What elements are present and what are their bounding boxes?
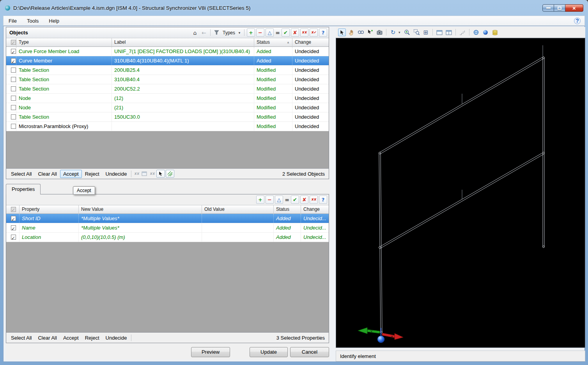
reject-button[interactable]: Reject: [82, 170, 103, 178]
menu-tools[interactable]: Tools: [22, 16, 44, 25]
undecide-button[interactable]: Undecide: [103, 334, 130, 342]
row-checkbox[interactable]: [11, 77, 16, 82]
table-row[interactable]: Table Section 200UB25.4 Modified Undecid…: [6, 66, 329, 75]
table-row[interactable]: Table Section 200UC52.2 Modified Undecid…: [6, 84, 329, 94]
undecide-all-icon[interactable]: ✘✔: [310, 28, 318, 37]
column-property[interactable]: Property: [19, 205, 79, 215]
row-checkbox[interactable]: [11, 86, 16, 91]
steps-button[interactable]: [459, 28, 466, 36]
menu-help[interactable]: Help: [44, 16, 64, 25]
column-change[interactable]: Change: [292, 38, 329, 48]
row-checkbox[interactable]: [11, 216, 16, 221]
reject-button[interactable]: Reject: [82, 334, 103, 342]
select-all-button[interactable]: Select All: [8, 170, 35, 178]
table-row-selected[interactable]: Curve Member 310UB40.4(310UB40.4)(MATL 1…: [6, 56, 329, 66]
objects-help-icon[interactable]: ?: [319, 28, 327, 37]
show-item-icon[interactable]: [140, 170, 148, 177]
reject-all-icon[interactable]: ✘✘: [300, 28, 308, 37]
header-checkbox[interactable]: [11, 40, 16, 45]
minimize-button[interactable]: [542, 4, 554, 12]
select-all-button[interactable]: Select All: [8, 334, 35, 342]
column-label[interactable]: Label: [112, 38, 254, 48]
row-checkbox[interactable]: [11, 96, 16, 101]
remove-filter-icon[interactable]: −: [256, 28, 264, 37]
clear-decisions-disabled-icon[interactable]: ✘✘: [148, 170, 156, 177]
row-checkbox[interactable]: [11, 114, 16, 119]
property-row-selected[interactable]: Short ID *Multiple Values* Added Undecid…: [6, 214, 329, 223]
fit-view-button[interactable]: ⊞: [422, 28, 430, 36]
hatch-select-button[interactable]: [166, 170, 174, 178]
add-filter-icon[interactable]: +: [247, 28, 255, 37]
row-checkbox[interactable]: [11, 58, 16, 63]
view-window-1-button[interactable]: [436, 28, 443, 36]
reject-all-icon[interactable]: ✘✘: [310, 196, 318, 204]
property-row[interactable]: Name *Multiple Values* Added Undecid...: [6, 223, 329, 233]
sphere-button[interactable]: [482, 28, 489, 36]
column-type[interactable]: Type: [16, 38, 112, 48]
column-status[interactable]: Status▲: [254, 38, 292, 48]
accept-button[interactable]: Accept: [60, 170, 82, 178]
delta-icon[interactable]: △: [266, 28, 274, 37]
column-old-value[interactable]: Old Value: [202, 205, 274, 215]
rotate-view-button[interactable]: ↻: [389, 28, 397, 36]
preview-button[interactable]: Preview: [191, 347, 230, 357]
clear-all-button[interactable]: Clear All: [35, 334, 60, 342]
column-change[interactable]: Change: [301, 205, 329, 215]
column-check[interactable]: [6, 38, 16, 48]
types-dropdown-icon[interactable]: ▾: [237, 29, 242, 37]
table-row[interactable]: Microstran.Paramblock (Proxy) Modified U…: [6, 122, 329, 131]
view-window-2-button[interactable]: [445, 28, 453, 36]
pan-tool-button[interactable]: [347, 28, 355, 36]
table-row[interactable]: Table Section 150UC30.0 Modified Undecid…: [6, 112, 329, 122]
row-checkbox[interactable]: [11, 124, 16, 129]
row-checkbox[interactable]: [11, 235, 16, 240]
tab-properties[interactable]: Properties: [6, 184, 41, 194]
table-row[interactable]: Curve Force Member Load UNIF_7(1 [DESC] …: [6, 47, 329, 56]
accept-button[interactable]: Accept: [60, 334, 82, 342]
update-button[interactable]: Update: [250, 347, 288, 357]
help-icon[interactable]: ?: [574, 18, 581, 24]
column-new-value[interactable]: New Value: [79, 205, 202, 215]
menu-file[interactable]: File: [4, 16, 22, 25]
row-checkbox[interactable]: [11, 49, 16, 54]
reject-all-disabled-icon[interactable]: ✘✘: [133, 170, 140, 177]
reject-icon[interactable]: ✘: [300, 196, 308, 204]
zoom-in-button[interactable]: [403, 28, 411, 36]
title-bar[interactable]: D:\Dev\Release Articles\Example 4.ism.dg…: [0, 0, 588, 16]
types-dropdown-label[interactable]: Types: [222, 30, 236, 36]
close-button[interactable]: ×: [565, 4, 583, 12]
rotate-dropdown-icon[interactable]: ▾: [398, 30, 402, 34]
cancel-button[interactable]: Cancel: [290, 347, 329, 357]
zoom-window-button[interactable]: [413, 28, 420, 36]
table-row[interactable]: Node (21) Modified Undecided: [6, 103, 329, 112]
undecide-button[interactable]: Undecide: [103, 170, 130, 178]
property-row[interactable]: Location (0,0,10)(10,0.5) (m) Added Unde…: [6, 233, 329, 242]
add-filter-icon[interactable]: +: [256, 196, 264, 204]
clear-all-button[interactable]: Clear All: [35, 170, 60, 178]
row-checkbox[interactable]: [11, 68, 16, 73]
maximize-button[interactable]: [554, 4, 565, 12]
properties-help-icon[interactable]: ?: [319, 196, 327, 204]
row-checkbox[interactable]: [11, 105, 16, 110]
back-icon[interactable]: ←: [200, 29, 208, 37]
select-mode-button[interactable]: [156, 170, 165, 178]
row-checkbox[interactable]: [11, 225, 16, 230]
delta-icon[interactable]: △: [275, 196, 283, 204]
levels-button[interactable]: [491, 28, 499, 36]
table-row[interactable]: Node (12) Modified Undecided: [6, 94, 329, 103]
reject-icon[interactable]: ✘: [291, 28, 299, 37]
element-selection-button[interactable]: [366, 28, 374, 36]
accept-all-icon[interactable]: ✔: [282, 28, 290, 37]
header-checkbox[interactable]: [11, 207, 16, 212]
model-viewport[interactable]: Y X: [336, 38, 585, 348]
column-check[interactable]: [6, 205, 19, 215]
globe-button[interactable]: [472, 28, 480, 36]
table-row[interactable]: Table Section 310UB40.4 Modified Undecid…: [6, 75, 329, 84]
camera-button[interactable]: [375, 28, 383, 36]
accept-all-icon[interactable]: ✔: [291, 196, 299, 204]
home-icon[interactable]: ⌂: [191, 29, 199, 37]
zoom-pair-button[interactable]: [357, 28, 365, 36]
select-tool-button[interactable]: [338, 28, 346, 36]
column-status[interactable]: Status: [274, 205, 301, 215]
filter-funnel-icon[interactable]: [213, 29, 221, 36]
